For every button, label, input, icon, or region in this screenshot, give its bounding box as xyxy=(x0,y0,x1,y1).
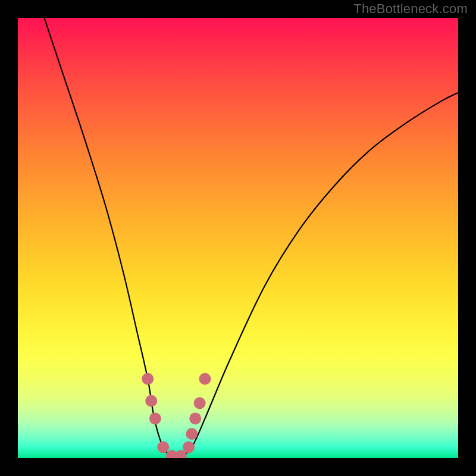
highlight-marker xyxy=(194,397,206,409)
highlight-marker xyxy=(157,441,169,453)
highlight-marker xyxy=(199,373,211,385)
highlight-marker xyxy=(189,412,201,424)
highlight-marker xyxy=(145,395,157,407)
plot-area xyxy=(18,18,458,458)
highlight-marker xyxy=(149,412,161,424)
highlight-marker xyxy=(183,441,195,453)
highlight-marker xyxy=(142,373,154,385)
highlight-marker xyxy=(186,428,198,440)
bottleneck-curve-svg xyxy=(18,18,458,458)
bottleneck-curve-path xyxy=(44,18,458,457)
chart-frame: TheBottleneck.com xyxy=(0,0,476,476)
source-credit: TheBottleneck.com xyxy=(353,1,468,17)
highlight-marker-group xyxy=(142,373,211,458)
